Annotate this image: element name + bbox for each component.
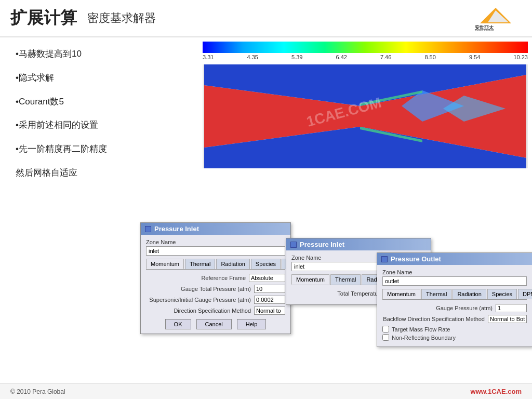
checkbox-non-reflecting-label: Non-Reflecting Boundary <box>392 335 456 341</box>
dialog1-input-1[interactable] <box>254 285 285 293</box>
dialog3-field-0: Gauge Pressure (atm) <box>382 304 527 312</box>
dialog1-label-3: Direction Specification Method <box>146 308 254 314</box>
main-content: •马赫数提高到10 •隐式求解 •Courant数5 •采用前述相同的设置 •先… <box>0 37 532 383</box>
tab-species-1[interactable]: Species <box>251 259 281 269</box>
footer-url: www.1CAE.com <box>471 388 522 395</box>
cb-val-7: 10.23 <box>513 54 528 60</box>
tab-radiation-3[interactable]: Radiation <box>453 289 486 299</box>
tab-thermal-2[interactable]: Thermal <box>330 274 361 285</box>
cfd-visualization: 1CAE.COM <box>203 64 528 168</box>
cb-val-0: 3.31 <box>203 54 214 60</box>
dialog2-titlebar: Pressure Inlet <box>286 238 431 250</box>
svg-text:PERA CHINA: PERA CHINA <box>475 29 494 31</box>
cb-val-2: 5.39 <box>291 54 302 60</box>
dialog1-body: Zone Name Momentum Thermal Radiation Spe… <box>141 235 290 334</box>
bullet-2: •隐式求解 <box>16 72 192 84</box>
tab-species-3[interactable]: Species <box>487 289 517 299</box>
checkbox-target-mass-flow-label: Target Mass Flow Rate <box>392 326 450 332</box>
cb-val-1: 4.35 <box>247 54 258 60</box>
dialog1-zone-name-label: Zone Name <box>146 239 285 245</box>
tab-momentum-1[interactable]: Momentum <box>146 259 184 269</box>
bullet-3: •Courant数5 <box>16 96 192 108</box>
color-bar-container: 3.31 4.35 5.39 6.42 7.46 8.50 9.54 10.23 <box>203 42 528 61</box>
cb-val-3: 6.42 <box>336 54 347 60</box>
page-subtitle: 密度基求解器 <box>87 10 156 26</box>
dialog1-label-1: Gauge Total Pressure (atm) <box>146 286 254 292</box>
color-bar <box>203 42 528 53</box>
dialog1-input-0[interactable] <box>249 274 285 282</box>
dialog1-field-3: Direction Specification Method <box>146 307 285 315</box>
dialog1-title: Pressure Inlet <box>154 225 199 233</box>
dialog1-ok-button[interactable]: OK <box>165 319 191 329</box>
dialog1-label-0: Reference Frame <box>146 275 249 281</box>
dialog1-titlebar: Pressure Inlet <box>141 223 290 235</box>
dialog3-zone-name-label: Zone Name <box>382 269 527 275</box>
dialog1-icon <box>145 226 151 232</box>
pressure-inlet-dialog-1[interactable]: Pressure Inlet Zone Name Momentum Therma… <box>140 222 291 334</box>
color-bar-labels: 3.31 4.35 5.39 6.42 7.46 8.50 9.54 10.23 <box>203 53 528 61</box>
dialog1-buttons: OK Cancel Help <box>146 319 285 329</box>
dialog3-zone-name-row: Zone Name <box>382 269 527 286</box>
dialog3-input-0[interactable] <box>496 304 527 312</box>
dialog1-input-3[interactable] <box>254 307 285 315</box>
tab-radiation-1[interactable]: Radiation <box>216 259 249 269</box>
dialog1-tabs: Momentum Thermal Radiation Species DPM <box>146 259 285 270</box>
dialog3-zone-name-input[interactable] <box>382 276 527 286</box>
dialog3-titlebar: Pressure Outlet <box>377 253 532 265</box>
header: 扩展计算 密度基求解器 安世亞太 PERA CHINA <box>0 0 532 37</box>
cb-val-6: 9.54 <box>469 54 480 60</box>
right-panel: 3.31 4.35 5.39 6.42 7.46 8.50 9.54 10.23 <box>203 37 532 383</box>
bullet-4: •采用前述相同的设置 <box>16 119 192 131</box>
tab-momentum-2[interactable]: Momentum <box>291 274 329 285</box>
pressure-outlet-dialog[interactable]: Pressure Outlet Zone Name Momentum Therm… <box>377 252 532 347</box>
dialog3-checkbox-1[interactable]: Non-Reflecting Boundary <box>382 334 527 341</box>
dialog1-zone-name-input[interactable] <box>146 246 285 256</box>
dialog1-field-1: Gauge Total Pressure (atm) <box>146 285 285 293</box>
dialog3-icon <box>381 256 388 262</box>
dialog1-field-2: Supersonic/Initial Gauge Pressure (atm) <box>146 296 285 304</box>
footer: © 2010 Pera Global www.1CAE.com <box>0 383 532 399</box>
dialog1-label-2: Supersonic/Initial Gauge Pressure (atm) <box>146 297 254 303</box>
dialog2-icon <box>290 242 297 248</box>
tab-dpm-3[interactable]: DPM <box>518 289 532 299</box>
dialog1-cancel-button[interactable]: Cancel <box>196 319 232 329</box>
dialog1-input-2[interactable] <box>254 296 285 304</box>
dialog3-body: Zone Name Momentum Thermal Radiation Spe… <box>377 265 532 347</box>
logo: 安世亞太 PERA CHINA <box>470 5 522 31</box>
dialog1-help-button[interactable]: Help <box>237 319 267 329</box>
checkbox-non-reflecting[interactable] <box>382 334 389 341</box>
dialog3-field-1: Backflow Direction Specification Method <box>382 315 527 323</box>
dialog1-field-0: Reference Frame <box>146 274 285 282</box>
dialog3-checkbox-0[interactable]: Target Mass Flow Rate <box>382 326 527 332</box>
dialog1-zone-name-row: Zone Name <box>146 239 285 256</box>
dialog3-label-1: Backflow Direction Specification Method <box>382 316 488 322</box>
dialog3-title: Pressure Outlet <box>391 255 441 263</box>
tab-thermal-3[interactable]: Thermal <box>421 289 451 299</box>
dialog3-label-0: Gauge Pressure (atm) <box>382 305 496 311</box>
footer-copyright: © 2010 Pera Global <box>10 388 65 395</box>
cb-val-4: 7.46 <box>380 54 391 60</box>
tab-momentum-3[interactable]: Momentum <box>382 289 420 299</box>
dialog2-title: Pressure Inlet <box>300 241 344 248</box>
dialog3-tabs: Momentum Thermal Radiation Species DPM <box>382 289 527 300</box>
cb-val-5: 8.50 <box>424 54 435 60</box>
page-title: 扩展计算 <box>10 7 77 30</box>
bullet-5: •先一阶精度再二阶精度 <box>16 143 192 155</box>
tab-thermal-1[interactable]: Thermal <box>185 259 215 269</box>
bullet-1: •马赫数提高到10 <box>16 48 192 60</box>
dialog3-input-1[interactable] <box>488 315 527 323</box>
checkbox-target-mass-flow[interactable] <box>382 326 389 332</box>
bullet-6: 然后网格自适应 <box>16 167 192 179</box>
